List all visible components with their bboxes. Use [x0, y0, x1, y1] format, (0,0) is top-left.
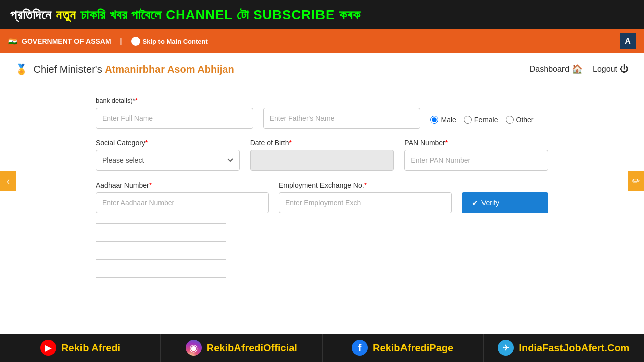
facebook-social[interactable]: f RekibAfrediPage	[323, 334, 484, 362]
instagram-name: RekibAfrediOfficial	[207, 342, 297, 354]
gender-other-option[interactable]: Other	[506, 116, 534, 124]
logout-label: Logout	[593, 65, 617, 74]
dob-group: Date of Birth*	[250, 139, 394, 171]
gender-other-radio[interactable]	[506, 116, 514, 124]
form-row-1: Male Female Other	[96, 108, 548, 129]
instagram-icon: ◉	[186, 340, 202, 356]
youtube-icon: ▶	[40, 340, 56, 356]
social-category-group: Social Category* Please select	[96, 139, 240, 171]
gov-header-right: A	[620, 33, 636, 49]
logout-nav[interactable]: Logout ⏻	[593, 64, 629, 74]
full-name-input[interactable]	[96, 108, 253, 129]
extra-input-2[interactable]	[96, 241, 226, 259]
emp-exchange-input[interactable]	[279, 192, 452, 213]
gender-female-radio[interactable]	[464, 116, 472, 124]
pan-input[interactable]	[404, 150, 548, 171]
gov-name: GOVERNMENT OF ASSAM	[22, 37, 111, 45]
home-icon: 🏠	[572, 64, 583, 75]
verify-label: Verify	[481, 199, 499, 207]
extra-input-3[interactable]	[96, 259, 226, 278]
form-row-2: Social Category* Please select Date of B…	[96, 139, 548, 171]
aadhaar-label: Aadhaar Number*	[96, 181, 269, 189]
site-emoji: 🏅	[15, 64, 28, 75]
emp-exchange-group: Employment Exchange No.*	[279, 181, 452, 213]
gov-header: 🇮🇳 GOVERNMENT OF ASSAM | ⟳ Skip to Main …	[0, 29, 644, 53]
site-title-static: Chief Minister's	[34, 64, 102, 75]
pan-group: PAN Number*	[404, 139, 548, 171]
form-container: bank details)** Male Female	[0, 85, 644, 334]
flag-icon: 🇮🇳	[8, 37, 17, 45]
father-name-input[interactable]	[263, 108, 421, 129]
dob-label: Date of Birth*	[250, 139, 394, 147]
verify-group: ✔ Verify	[462, 181, 548, 213]
power-icon: ⏻	[620, 64, 629, 74]
social-category-select[interactable]: Please select	[96, 150, 240, 171]
aadhaar-input[interactable]	[96, 192, 269, 213]
top-banner-text: প্রতিদিনে নতুন চাকরি খবর পাবৈলে CHANNEL …	[10, 7, 361, 23]
extra-input-1[interactable]	[96, 223, 226, 241]
facebook-name: RekibAfrediPage	[373, 342, 453, 354]
verify-button[interactable]: ✔ Verify	[462, 192, 548, 213]
top-banner: প্রতিদিনে নতুন চাকরি খবর পাবৈলে CHANNEL …	[0, 0, 644, 29]
scroll-right-arrow[interactable]: ✏	[628, 171, 644, 191]
social-category-label: Social Category*	[96, 139, 240, 147]
verify-check-icon: ✔	[472, 198, 478, 208]
pan-label: PAN Number*	[404, 139, 548, 147]
gender-male-radio[interactable]	[430, 116, 438, 124]
banner-text-1: প্রতিদিনে	[10, 7, 56, 22]
telegram-icon: ✈	[498, 340, 514, 356]
extra-inputs-container	[96, 223, 226, 278]
banner-text-2: চাকরি খবর পাবৈলে CHANNEL টো SUBSCRIBE কৰ…	[80, 7, 360, 22]
site-title: 🏅 Chief Minister's Atmanirbhar Asom Abhi…	[15, 63, 234, 75]
telegram-social[interactable]: ✈ IndiaFastJobAfert.Com	[484, 334, 644, 362]
skip-link[interactable]: ⟳ Skip to Main Content	[131, 37, 208, 46]
header-divider: |	[120, 37, 122, 45]
form-section: bank details)** Male Female	[96, 96, 548, 278]
gender-male-option[interactable]: Male	[430, 116, 456, 124]
gender-radio-group: Male Female Other	[430, 111, 548, 124]
site-nav: Dashboard 🏠 Logout ⏻	[530, 64, 629, 75]
accessibility-icon: A	[620, 33, 636, 49]
instagram-social[interactable]: ◉ RekibAfrediOfficial	[161, 334, 322, 362]
gov-header-left: 🇮🇳 GOVERNMENT OF ASSAM | ⟳ Skip to Main …	[8, 37, 208, 46]
bottom-bar: ▶ Rekib Afredi ◉ RekibAfrediOfficial f R…	[0, 334, 644, 362]
full-name-group	[96, 108, 253, 129]
emp-exchange-label: Employment Exchange No.*	[279, 181, 452, 189]
skip-icon: ⟳	[131, 37, 140, 46]
dob-input[interactable]	[250, 150, 394, 171]
facebook-icon: f	[352, 340, 368, 356]
site-header: 🏅 Chief Minister's Atmanirbhar Asom Abhi…	[0, 53, 644, 85]
gender-male-label: Male	[441, 116, 456, 124]
gender-female-option[interactable]: Female	[464, 116, 498, 124]
youtube-name: Rekib Afredi	[61, 342, 120, 354]
dashboard-nav[interactable]: Dashboard 🏠	[530, 64, 583, 75]
aadhaar-group: Aadhaar Number*	[96, 181, 269, 213]
telegram-name: IndiaFastJobAfert.Com	[519, 342, 629, 354]
banner-text-highlight: নতুন	[56, 7, 80, 22]
youtube-social[interactable]: ▶ Rekib Afredi	[0, 334, 161, 362]
gender-other-label: Other	[516, 116, 534, 124]
site-title-colored: Atmanirbhar Asom Abhijan	[105, 64, 234, 75]
gender-female-label: Female	[474, 116, 498, 124]
scroll-left-arrow[interactable]: ‹	[0, 171, 16, 191]
father-name-group	[263, 108, 421, 129]
skip-text: Skip to Main Content	[143, 38, 208, 45]
form-row-3: Aadhaar Number* Employment Exchange No.*…	[96, 181, 548, 213]
gender-group: Male Female Other	[430, 108, 548, 124]
dashboard-label: Dashboard	[530, 65, 569, 74]
bank-details-label: bank details)**	[96, 97, 138, 104]
